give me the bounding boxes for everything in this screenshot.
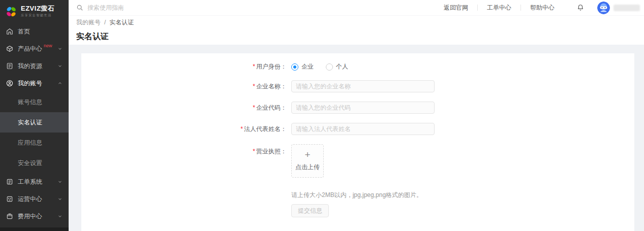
notification-bell-icon[interactable] [577, 4, 584, 11]
sidebar-item-label: 费用中心 [18, 212, 42, 221]
sidebar-item-label: 首页 [18, 27, 30, 36]
legal-name-label-text: 法人代表姓名： [244, 125, 287, 133]
realname-form-card: *用户身份： 企业 个人 *企业名称： *企业代码： *法人代表姓名： [81, 53, 634, 231]
radio-option-enterprise[interactable]: 企业 [291, 62, 314, 71]
company-name-input[interactable] [291, 80, 435, 92]
sidebar-subitem-security-settings[interactable]: 安全设置 [0, 153, 69, 173]
plus-icon: + [304, 150, 310, 159]
brand-name: EZVIZ萤石 [21, 5, 54, 12]
breadcrumb-current: 实名认证 [109, 18, 134, 27]
required-mark: * [253, 104, 255, 111]
home-icon [6, 28, 13, 35]
sidebar-item-ticket-system[interactable]: 工单系统 [0, 173, 69, 190]
sidebar-nav: 首页 产品中心 new 我的资源 我的账号 [0, 23, 69, 225]
sidebar-item-label: 产品中心 [18, 45, 42, 53]
company-name-label-text: 企业名称： [256, 83, 287, 90]
sidebar-item-billing-center[interactable]: 费用中心 [0, 208, 69, 225]
chevron-down-icon [57, 63, 63, 69]
sidebar-subitem-realname-verification[interactable]: 实名认证 [0, 112, 69, 133]
license-upload-box[interactable]: + 点击上传 [291, 144, 324, 178]
resources-icon [6, 62, 13, 70]
form-row-company-name: *企业名称： [81, 80, 634, 92]
sidebar-item-operations-center[interactable]: 运营中心 [0, 190, 69, 208]
search-box [76, 4, 220, 11]
sidebar-footer-strip [0, 227, 69, 231]
content-area: *用户身份： 企业 个人 *企业名称： *企业代码： *法人代表姓名： [69, 45, 644, 231]
user-name-redacted [614, 5, 640, 11]
identity-label-text: 用户身份： [256, 63, 287, 70]
sidebar-subitem-label: 账号信息 [18, 98, 42, 107]
product-center-icon [6, 45, 13, 52]
required-mark: * [253, 148, 255, 155]
required-mark: * [253, 63, 255, 70]
sidebar-subitem-label: 安全设置 [18, 159, 42, 168]
page-title: 实名认证 [76, 31, 109, 42]
form-row-license: *营业执照： + 点击上传 [81, 144, 634, 178]
new-badge: new [44, 43, 52, 48]
required-mark: * [240, 125, 243, 133]
brand-text: EZVIZ萤石 乐享安全智能生活 [21, 5, 54, 18]
sidebar-subitem-label: 应用信息 [18, 139, 42, 147]
identity-radio-group: 企业 个人 [291, 62, 360, 71]
company-name-label: *企业名称： [81, 82, 287, 91]
sidebar-item-product-center[interactable]: 产品中心 new [0, 40, 69, 57]
radio-option-personal[interactable]: 个人 [326, 62, 348, 71]
topbar: 返回官网 工单中心 帮助中心 [69, 0, 644, 16]
submit-button[interactable]: 提交信息 [291, 204, 329, 217]
upload-hint: 请上传大小2MB以内，jpg,jpeg,png格式的图片。 [291, 191, 634, 200]
topbar-links: 返回官网 工单中心 帮助中心 [435, 2, 644, 14]
license-label-text: 营业执照： [256, 148, 287, 155]
billing-center-icon [6, 213, 13, 220]
chevron-down-icon [57, 179, 63, 184]
required-mark: * [253, 83, 255, 90]
link-official-site[interactable]: 返回官网 [435, 4, 477, 12]
form-row-legal-name: *法人代表姓名： [81, 123, 634, 135]
sidebar-item-label: 工单系统 [18, 178, 42, 186]
sidebar-subitem-account-info[interactable]: 账号信息 [0, 92, 69, 112]
chevron-up-icon [57, 81, 63, 86]
license-label: *营业执照： [81, 144, 287, 156]
chevron-down-icon [57, 196, 63, 202]
ticket-system-icon [6, 178, 13, 185]
sidebar: EZVIZ萤石 乐享安全智能生活 首页 产品中心 new 我的资源 [0, 0, 69, 231]
search-icon [76, 4, 83, 11]
sidebar-item-my-resources[interactable]: 我的资源 [0, 57, 69, 75]
legal-name-label: *法人代表姓名： [81, 125, 287, 134]
radio-unselected-icon [326, 63, 333, 71]
form-row-company-code: *企业代码： [81, 102, 634, 114]
upload-text: 点击上传 [295, 163, 320, 172]
sidebar-item-label: 我的资源 [18, 62, 42, 71]
sidebar-item-label: 我的账号 [18, 79, 42, 88]
user-menu[interactable] [597, 2, 640, 14]
company-code-label-text: 企业代码： [256, 104, 287, 111]
brand-tagline: 乐享安全智能生活 [21, 13, 54, 18]
brand-logo[interactable]: EZVIZ萤石 乐享安全智能生活 [0, 0, 69, 23]
ezviz-petals-icon [5, 5, 18, 18]
breadcrumb-separator: / [104, 19, 106, 26]
breadcrumb-parent[interactable]: 我的账号 [76, 18, 101, 27]
legal-name-input[interactable] [291, 123, 435, 135]
operations-center-icon [6, 195, 13, 203]
company-code-label: *企业代码： [81, 104, 287, 112]
radio-selected-icon [291, 63, 298, 71]
radio-label: 企业 [301, 62, 314, 71]
link-ticket-center[interactable]: 工单中心 [478, 4, 520, 12]
page-title-bar: 实名认证 [69, 28, 644, 45]
sidebar-subitem-label: 实名认证 [18, 118, 42, 127]
chevron-down-icon [57, 46, 63, 51]
chevron-down-icon [57, 214, 63, 219]
radio-label: 个人 [336, 62, 348, 71]
search-input[interactable] [87, 4, 220, 11]
sidebar-item-home[interactable]: 首页 [0, 23, 69, 40]
form-row-identity: *用户身份： 企业 个人 [81, 62, 634, 71]
company-code-input[interactable] [291, 102, 435, 114]
breadcrumb: 我的账号 / 实名认证 [69, 16, 644, 28]
account-icon [6, 80, 13, 87]
user-avatar [597, 2, 610, 14]
sidebar-item-my-account[interactable]: 我的账号 [0, 75, 69, 92]
sidebar-subitem-app-info[interactable]: 应用信息 [0, 133, 69, 153]
link-help-center[interactable]: 帮助中心 [521, 4, 564, 12]
identity-label: *用户身份： [81, 62, 287, 71]
sidebar-item-label: 运营中心 [18, 195, 42, 204]
